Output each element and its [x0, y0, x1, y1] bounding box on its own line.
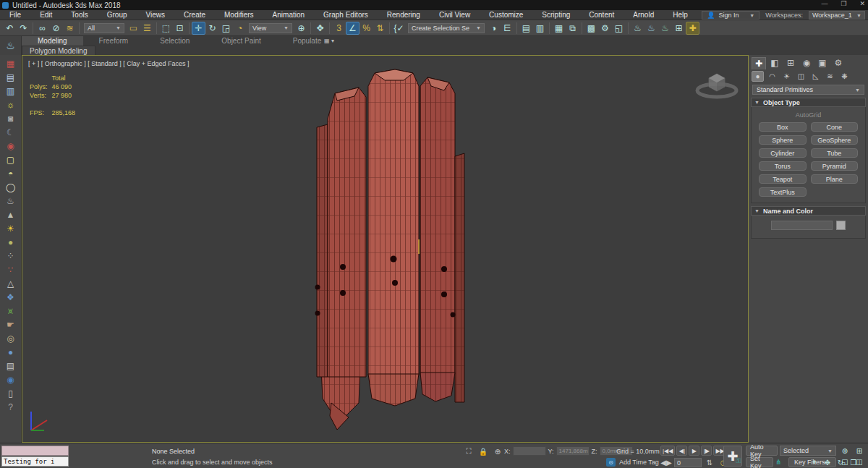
spheres-pair-icon[interactable]: ∵ [3, 263, 19, 276]
rendered-frame-window-icon[interactable]: ◱ [612, 22, 626, 35]
tab-modify[interactable]: ◧ [767, 57, 782, 69]
unlink-selection-icon[interactable]: ⊘ [49, 22, 63, 35]
curve-editor-icon[interactable]: ▦ [552, 22, 566, 35]
render-setup-icon[interactable]: ⚙ [598, 22, 612, 35]
ribbon-tab-object-paint[interactable]: Object Paint [205, 36, 276, 46]
viewcube[interactable] [694, 67, 739, 101]
polygon-modeling-rollout[interactable]: Polygon Modeling [22, 46, 95, 55]
auto-key-button[interactable]: Auto Key [746, 446, 778, 456]
maximize-viewport-toggle-icon[interactable]: ❒ [848, 457, 859, 467]
close-button[interactable]: ✕ [859, 0, 865, 7]
viewport-label[interactable]: [ + ] [ Orthographic ] [ Standard ] [ Cl… [28, 60, 190, 67]
rock-icon[interactable]: ❖ [3, 290, 19, 304]
selection-lock-icon[interactable]: 🔒 [477, 446, 489, 456]
geosphere-button[interactable]: GeoSphere [811, 135, 859, 145]
tab-create[interactable]: ✚ [752, 57, 766, 69]
sun-icon[interactable]: ☀ [3, 221, 19, 235]
select-and-scale-icon[interactable]: ◲ [219, 22, 233, 35]
select-by-name-icon[interactable]: ☰ [140, 22, 154, 35]
moon-icon[interactable]: ☾ [3, 125, 19, 139]
zoom-icon[interactable]: ⊕ [839, 446, 851, 456]
object-type-rollout-header[interactable]: ▼ Object Type [751, 98, 866, 107]
torus-button[interactable]: Torus [759, 161, 807, 171]
edit-named-selection-sets-icon[interactable]: {✓ [392, 22, 406, 35]
menu-help[interactable]: Help [663, 10, 697, 20]
wireframe-model[interactable] [294, 64, 475, 433]
angle-snap-toggle-icon[interactable]: ∠ [346, 22, 359, 35]
document-icon[interactable]: ▯ [3, 386, 19, 400]
ribbon-tab-modeling[interactable]: Modeling [22, 36, 83, 46]
rounded-square-icon[interactable]: ▢ [3, 153, 19, 166]
select-and-place-icon[interactable]: ◔ [233, 22, 247, 35]
ribbon-config-dropdown[interactable]: ▦ ▾ [318, 36, 340, 46]
undo-icon[interactable]: ↶ [3, 22, 17, 35]
tab-motion[interactable]: ◉ [799, 57, 814, 69]
selection-filter-dropdown[interactable]: All▼ [84, 23, 124, 33]
current-frame-field[interactable]: 0 [674, 458, 702, 467]
cone-icon[interactable]: ▲ [3, 208, 19, 221]
select-and-link-icon[interactable]: ∞ [35, 22, 49, 35]
redo-icon[interactable]: ↷ [17, 22, 30, 35]
subtab-space-warps[interactable]: ≋ [824, 71, 836, 82]
maximize-button[interactable]: ❐ [841, 0, 846, 7]
set-keys-button[interactable]: ✚⚿ [723, 446, 742, 467]
plane-button[interactable]: Plane [811, 174, 859, 184]
render-image-icon[interactable]: ▦ [3, 56, 19, 70]
circle-icon[interactable]: ◯ [3, 180, 19, 194]
light-bulb-icon[interactable]: ☼ [3, 98, 19, 111]
toggle-layer-explorer-icon[interactable]: ▥ [533, 22, 547, 35]
name-and-color-rollout-header[interactable]: ▼ Name and Color [751, 206, 866, 216]
select-and-move-icon[interactable]: ✛ [192, 22, 205, 35]
menu-animation[interactable]: Animation [263, 10, 314, 20]
dome-icon[interactable]: ◓ [3, 166, 19, 180]
render-production-icon[interactable]: ♨ [631, 22, 644, 35]
menu-customize[interactable]: Customize [480, 10, 532, 20]
reference-coordinate-dropdown[interactable]: View▼ [249, 23, 292, 33]
subtab-geometry[interactable]: ● [752, 71, 764, 82]
blue-sphere-icon[interactable]: ● [3, 345, 19, 359]
help-icon[interactable]: ? [3, 400, 19, 414]
particles-icon[interactable]: ⁘ [3, 249, 19, 263]
orbit-icon[interactable]: ↻ [835, 457, 846, 467]
y-coordinate-field[interactable]: 1471,868m [556, 446, 590, 456]
pyramid-outline-icon[interactable]: △ [3, 276, 19, 290]
key-mode-toggle-icon[interactable]: ◀▶ [660, 457, 672, 467]
menu-modifiers[interactable]: Modifiers [215, 10, 263, 20]
select-and-rotate-icon[interactable]: ↻ [205, 22, 219, 35]
sign-in-dropdown[interactable]: 👤 Sign In ▼ [702, 11, 760, 20]
play-button[interactable]: ▶ [689, 446, 699, 456]
zoom-all-icon[interactable]: ⊞ [854, 446, 865, 456]
list-panel-icon[interactable]: ▤ [3, 70, 19, 84]
go-to-start-button[interactable]: |◀◀ [660, 446, 675, 456]
absolute-mode-icon[interactable]: ⊕ [492, 446, 503, 456]
primitive-category-dropdown[interactable]: Standard Primitives ▼ [752, 85, 864, 95]
isolate-selection-icon[interactable]: ⛶ [463, 446, 475, 456]
spinner-icon[interactable]: ⇅ [704, 457, 715, 467]
menu-file[interactable]: File [0, 10, 30, 20]
bind-to-space-warp-icon[interactable]: ≋ [63, 22, 77, 35]
menu-group[interactable]: Group [98, 10, 137, 20]
set-key-button[interactable]: Set Key [746, 457, 773, 467]
next-frame-button[interactable]: |▶ [701, 446, 712, 456]
spinner-snap-toggle-icon[interactable]: ⇅ [373, 22, 387, 35]
select-object-icon[interactable]: ▭ [127, 22, 140, 35]
tube-button[interactable]: Tube [811, 148, 859, 158]
clipboard-icon[interactable]: ▤ [3, 359, 19, 373]
select-and-manipulate-icon[interactable]: ✥ [313, 22, 327, 35]
tab-hierarchy[interactable]: ⊞ [783, 57, 798, 69]
previous-frame-button[interactable]: ◀| [676, 446, 687, 456]
maxscript-mini-listener[interactable]: Testing for i [1, 456, 69, 467]
time-tag-icon[interactable]: ⊙ [606, 458, 616, 467]
material-editor-icon[interactable]: ▩ [584, 22, 598, 35]
use-pivot-point-center-icon[interactable]: ⊕ [294, 22, 308, 35]
box-button[interactable]: Box [759, 122, 807, 132]
projector-icon[interactable]: ◙ [3, 111, 19, 125]
subtab-cameras[interactable]: ◫ [795, 71, 807, 82]
sphere-icon[interactable]: ● [3, 235, 19, 249]
snaps-toggle-icon[interactable]: 3 [332, 22, 346, 35]
teapot-button[interactable]: Teapot [759, 174, 807, 184]
macro-recorder-field[interactable] [1, 446, 69, 456]
window-crossing-icon[interactable]: ⊡ [173, 22, 187, 35]
render-flag-icon[interactable]: ✚ [686, 22, 699, 35]
pan-hand-icon[interactable]: ✥ [822, 457, 833, 467]
